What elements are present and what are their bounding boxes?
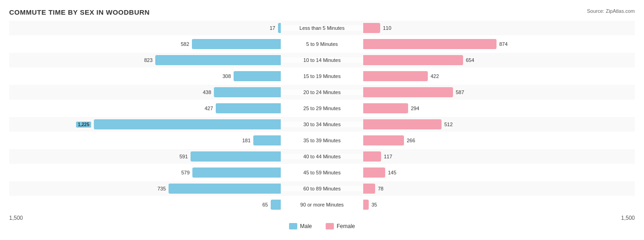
chart-row: 308 15 to 19 Minutes 422 — [9, 69, 635, 84]
chart-row: 579 45 to 59 Minutes 145 — [9, 165, 635, 180]
female-value: 35 — [369, 202, 396, 207]
female-value: 145 — [385, 170, 413, 175]
right-side: 78 — [363, 184, 635, 194]
male-bar — [192, 39, 281, 49]
male-bar — [192, 167, 281, 178]
row-label: 90 or more Minutes — [281, 202, 363, 207]
legend-female: Female — [326, 223, 355, 229]
row-label: 15 to 19 Minutes — [281, 73, 363, 79]
male-value: 308 — [206, 73, 234, 79]
female-value: 587 — [453, 89, 480, 95]
male-value: 591 — [163, 154, 191, 159]
row-label: 45 to 59 Minutes — [281, 170, 363, 175]
chart-row: 591 40 to 44 Minutes 117 — [9, 149, 635, 164]
female-bar — [363, 200, 369, 210]
female-value: 78 — [375, 186, 403, 191]
left-side: 427 — [9, 103, 281, 113]
female-swatch — [326, 223, 334, 229]
row-label: Less than 5 Minutes — [281, 25, 363, 31]
male-bar — [214, 87, 281, 97]
chart-row: 427 25 to 29 Minutes 294 — [9, 101, 635, 116]
row-label: 40 to 44 Minutes — [281, 154, 363, 159]
left-side: 17 — [9, 23, 281, 33]
right-side: 145 — [363, 167, 635, 178]
female-value: 512 — [442, 122, 469, 127]
male-bar — [271, 200, 281, 210]
right-side: 110 — [363, 23, 635, 33]
male-bar — [216, 103, 281, 113]
right-side: 294 — [363, 103, 635, 113]
left-side: 308 — [9, 71, 281, 81]
female-value: 874 — [497, 41, 524, 47]
chart-row: 181 35 to 39 Minutes 266 — [9, 133, 635, 148]
row-label: 5 to 9 Minutes — [281, 41, 363, 47]
female-value: 266 — [404, 138, 431, 143]
left-side: 735 — [9, 184, 281, 194]
right-side: 35 — [363, 200, 635, 210]
chart-area: 17 Less than 5 Minutes 110 582 5 to 9 Mi… — [9, 21, 635, 212]
male-value: 1,225 — [66, 122, 94, 127]
chart-row: 735 60 to 89 Minutes 78 — [9, 181, 635, 196]
source-label: Source: ZipAtlas.com — [587, 8, 635, 14]
chart-row: 582 5 to 9 Minutes 874 — [9, 37, 635, 51]
row-label: 10 to 14 Minutes — [281, 57, 363, 63]
row-label: 25 to 29 Minutes — [281, 106, 363, 111]
female-bar — [363, 184, 375, 194]
chart-row: 65 90 or more Minutes 35 — [9, 197, 635, 212]
chart-container: COMMUTE TIME BY SEX IN WOODBURN Source: … — [0, 0, 644, 240]
male-value: 181 — [226, 138, 253, 143]
chart-title: COMMUTE TIME BY SEX IN WOODBURN — [9, 8, 635, 16]
left-side: 582 — [9, 39, 281, 49]
male-bar — [191, 151, 281, 162]
female-bar — [363, 71, 428, 81]
left-side: 438 — [9, 87, 281, 97]
male-value: 582 — [164, 41, 192, 47]
male-value: 735 — [141, 186, 169, 191]
left-side: 65 — [9, 200, 281, 210]
female-bar — [363, 103, 408, 113]
row-label: 20 to 24 Minutes — [281, 89, 363, 95]
row-label: 35 to 39 Minutes — [281, 138, 363, 143]
female-bar — [363, 87, 453, 97]
male-bar — [253, 135, 281, 145]
male-value: 427 — [188, 106, 216, 111]
row-label: 60 to 89 Minutes — [281, 186, 363, 191]
female-bar — [363, 135, 404, 145]
axis-bottom: 1,500 1,500 — [9, 215, 635, 221]
female-value: 294 — [408, 106, 436, 111]
female-bar — [363, 39, 497, 49]
male-value: 438 — [186, 89, 214, 95]
right-side: 654 — [363, 55, 635, 65]
female-label: Female — [337, 223, 355, 229]
right-side: 422 — [363, 71, 635, 81]
left-side: 579 — [9, 167, 281, 178]
male-value: 17 — [251, 25, 278, 31]
male-value: 579 — [165, 170, 192, 175]
axis-left-label: 1,500 — [9, 215, 23, 221]
chart-row: 17 Less than 5 Minutes 110 — [9, 21, 635, 35]
female-value: 422 — [428, 73, 455, 79]
left-side: 591 — [9, 151, 281, 162]
male-value: 823 — [128, 57, 155, 63]
male-value: 65 — [243, 202, 271, 207]
axis-right-label: 1,500 — [621, 215, 635, 221]
right-side: 874 — [363, 39, 635, 49]
male-bar — [94, 119, 281, 129]
left-side: 823 — [9, 55, 281, 65]
chart-row: 1,225 30 to 34 Minutes 512 — [9, 117, 635, 132]
left-side: 181 — [9, 135, 281, 145]
male-bar — [169, 184, 281, 194]
female-bar — [363, 55, 463, 65]
female-value: 110 — [380, 25, 408, 31]
male-bar — [234, 71, 281, 81]
male-label: Male — [300, 223, 312, 229]
female-value: 117 — [381, 154, 409, 159]
legend: Male Female — [9, 223, 635, 229]
female-bar — [363, 119, 442, 129]
right-side: 587 — [363, 87, 635, 97]
left-side: 1,225 — [9, 119, 281, 129]
female-bar — [363, 167, 385, 178]
female-value: 654 — [463, 57, 491, 63]
male-bar — [155, 55, 281, 65]
legend-male: Male — [289, 223, 312, 229]
